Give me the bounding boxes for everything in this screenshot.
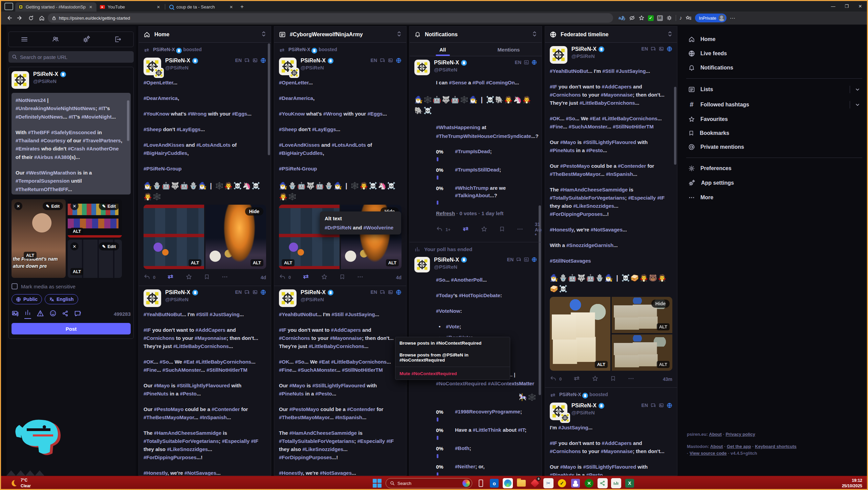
menu-hamburger-icon[interactable] <box>9 32 40 47</box>
content-warning-icon[interactable] <box>37 310 44 319</box>
m365-people-icon[interactable] <box>570 478 581 488</box>
collections-icon[interactable] <box>686 15 692 21</box>
column-collapse-icon[interactable] <box>668 31 672 38</box>
excel-icon[interactable]: X <box>625 478 635 488</box>
media-game-bonfire[interactable]: Hide ALT <box>205 205 266 269</box>
add-media-icon[interactable] <box>12 310 19 319</box>
post-justsaying[interactable]: PSiReN-X @PSiReN EN I'm #JustSaying... #… <box>545 399 677 475</box>
alt-badge[interactable]: ALT <box>251 259 263 266</box>
translate-icon[interactable]: aあ <box>619 15 626 21</box>
column-home-header[interactable]: Home <box>139 26 271 43</box>
poll-option[interactable]: 0%#Both; <box>436 445 537 453</box>
poll-option[interactable]: 0%Have a #LittleThink about #IT; <box>436 426 537 434</box>
nav-app-settings[interactable]: App settings <box>686 176 862 190</box>
avatar[interactable] <box>279 289 297 307</box>
back-icon[interactable] <box>4 13 14 23</box>
get-app-link[interactable]: Get the app <box>727 444 751 449</box>
alt-badge[interactable]: ALT <box>70 268 83 275</box>
maximize-button[interactable]: ❐ <box>840 4 853 9</box>
nav-more[interactable]: More <box>686 190 862 205</box>
quote-icon[interactable] <box>74 310 82 319</box>
share-hub-icon[interactable] <box>598 478 608 488</box>
textarea-scrollbar[interactable] <box>127 100 129 141</box>
edit-attachment-button[interactable]: ✎ Edit <box>99 202 119 210</box>
url-field[interactable]: https://psiren.eu/deck/getting-started <box>48 13 613 23</box>
favorites-star-icon[interactable] <box>638 15 645 21</box>
reply-icon[interactable] <box>144 273 150 282</box>
more-icon[interactable] <box>221 273 228 282</box>
column-notifications-header[interactable]: Notifications <box>410 26 542 43</box>
nav-bookmarks[interactable]: Bookmarks <box>686 126 862 140</box>
boost-row[interactable]: PSiReN-X boosted <box>545 388 677 399</box>
tab-mentions[interactable]: Mentions <box>476 43 542 56</box>
poll-refresh-link[interactable]: Refresh <box>436 210 455 216</box>
bookmark-icon[interactable] <box>339 274 345 281</box>
m-extension-icon[interactable]: M <box>657 15 663 21</box>
edit-attachment-button[interactable]: ✎ Edit <box>43 202 63 210</box>
tab-getting-started[interactable]: Getting started - #MastodonSpyB ✕ <box>15 2 96 12</box>
nav-private-mentions[interactable]: Private mentions <box>686 140 862 154</box>
alt-badge[interactable]: ALT <box>386 259 399 266</box>
timestamp[interactable]: 4d <box>396 275 402 280</box>
post-openletter[interactable]: PSiReN-X @PSiReN EN #OpenLetter... #Dear… <box>274 54 406 286</box>
post-media[interactable]: ALT Hide ALT ALT <box>550 297 672 371</box>
nav-lists[interactable]: Lists <box>686 82 862 97</box>
alt-badge[interactable]: ALT <box>282 259 295 266</box>
start-button[interactable] <box>372 478 382 488</box>
stocks-icon[interactable] <box>611 478 621 488</box>
column-federated-header[interactable]: Federated timeline <box>545 26 677 43</box>
tab-close-icon[interactable]: ✕ <box>156 5 161 9</box>
bookmark-icon[interactable] <box>204 274 210 281</box>
post-yeahbut[interactable]: PSiReN-X @PSiReN EN #YeahButNoBut... I'm… <box>274 286 406 475</box>
column-collapse-icon[interactable] <box>397 31 402 38</box>
norton-icon[interactable]: ✓ <box>557 478 567 488</box>
post-yeahbut[interactable]: PSiReN-X @PSiReN EN #YeahButNoBut... I'm… <box>139 286 271 475</box>
language-button[interactable]: English <box>45 294 78 304</box>
tab-close-icon[interactable]: ✕ <box>229 5 234 9</box>
edit-attachment-button[interactable]: ✎ Edit <box>99 242 119 250</box>
poll-option[interactable]: 0%#1998RecoveryProgramme; <box>436 408 537 416</box>
minimize-button[interactable]: — <box>826 4 840 9</box>
media-news-collage[interactable]: ALT <box>144 205 204 269</box>
weather-widget[interactable]: 7°CClear <box>10 477 31 489</box>
tab-all[interactable]: All <box>410 43 476 56</box>
boost-icon[interactable] <box>302 273 309 282</box>
boost-row[interactable]: PSiReN-X boosted <box>274 43 406 54</box>
avatar[interactable] <box>144 289 161 307</box>
chevron-down-icon[interactable] <box>855 87 860 92</box>
alt-badge[interactable]: ALT <box>657 361 670 368</box>
about-link[interactable]: About <box>709 432 722 437</box>
poll-option[interactable]: 0%#Neither; or, <box>436 463 537 471</box>
poll-option[interactable]: 0%#WhichTrump are we #TalkingAbout...? <box>436 184 537 199</box>
favourite-icon[interactable] <box>186 273 192 282</box>
tab-search[interactable]: coup de ta - Search ✕ <box>166 2 237 12</box>
search-input[interactable]: Search or paste URL <box>8 51 134 63</box>
post-openletter[interactable]: PSiReN-X @PSiReN EN #OpenLetter... #Dear… <box>139 54 271 286</box>
nav-pre​ferences[interactable]: Preferences <box>686 161 862 176</box>
alt-badge[interactable]: ALT <box>595 361 608 368</box>
media-extension-icon[interactable]: ♪ <box>679 15 682 21</box>
more-icon[interactable] <box>357 273 364 282</box>
phone-link-icon[interactable] <box>476 478 486 488</box>
nav-favourites[interactable]: Favourites <box>686 112 862 126</box>
logout-icon[interactable] <box>102 32 133 47</box>
media-sandwich-2[interactable]: Hide ALT <box>612 297 672 333</box>
outlook-icon[interactable]: o <box>489 478 499 488</box>
column-list-header[interactable]: #CyborgWerewolfNinjaArmy <box>274 26 406 43</box>
attachment-gif[interactable]: ✕ ✎ Edit the President's namature down p… <box>12 199 66 278</box>
remove-attachment-icon[interactable]: ✕ <box>14 202 22 210</box>
timestamp[interactable]: 43m <box>663 376 672 382</box>
nav-followed-hashtags[interactable]: #Followed hashtags <box>686 97 862 112</box>
post-yeahbut[interactable]: PSiReN-X @PSiReN EN #YeahButNoBut... I'm… <box>545 43 677 388</box>
source-link[interactable]: View source code <box>690 451 727 456</box>
favourite-icon[interactable] <box>321 273 328 282</box>
browser-menu-icon[interactable]: ⋯ <box>730 15 735 21</box>
attachment-deck-screenshot[interactable]: ✕ ✎ Edit ALT <box>68 240 122 278</box>
close-button[interactable]: ✕ <box>853 4 867 9</box>
column-collapse-icon[interactable] <box>261 31 266 38</box>
gear-extension-icon[interactable] <box>666 15 672 21</box>
taskbar-clock[interactable]: 19:12 25/10/2025 <box>842 478 862 489</box>
xbox-icon[interactable]: ✕ <box>584 478 594 488</box>
media-sandwich-1[interactable]: ALT <box>550 297 610 371</box>
avatar[interactable] <box>550 46 567 64</box>
